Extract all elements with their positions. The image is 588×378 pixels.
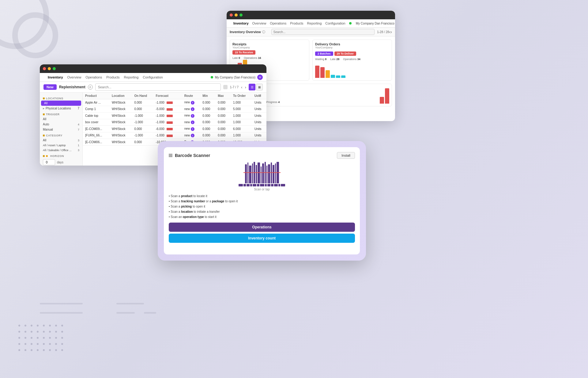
sidebar-all-cat[interactable]: All 3 <box>40 138 82 143</box>
cell-uom: Units <box>252 113 266 119</box>
rep-nav-operations[interactable]: Operations <box>85 75 102 79</box>
col-location[interactable]: Location <box>109 93 132 99</box>
rep-nav-overview[interactable]: Overview <box>67 75 81 79</box>
sidebar-asset-laptop[interactable]: All / Asset / Laptop 1 <box>40 143 82 148</box>
dot-block <box>274 184 278 186</box>
table-row[interactable]: [FURN_66... WH/Stock -1.000 -1.000 new i… <box>83 132 266 139</box>
receipts-sub: YourCompany <box>232 46 307 49</box>
bar <box>273 165 274 183</box>
nav-operations[interactable]: Operations <box>270 21 286 25</box>
route-info-icon[interactable]: i <box>191 120 194 124</box>
rep-close-btn[interactable] <box>43 67 46 70</box>
table-row[interactable]: Apple Air ... WH/Stock 0.000 -1.000 new … <box>83 99 266 106</box>
next-page-btn[interactable]: › <box>390 29 392 34</box>
rep-nav-reporting[interactable]: Reporting <box>124 75 139 79</box>
nav-overview[interactable]: Overview <box>252 21 266 25</box>
trigger-section: TRIGGER <box>40 111 82 116</box>
inventory-count-button[interactable]: Inventory count <box>169 234 355 243</box>
nav-products[interactable]: Products <box>290 21 303 25</box>
route-info-icon[interactable]: i <box>191 107 194 111</box>
nav-reporting[interactable]: Reporting <box>307 21 322 25</box>
barcode-title: Barcode Scanner <box>175 153 210 158</box>
bar <box>336 75 340 78</box>
route-info-icon[interactable]: i <box>191 127 194 131</box>
cell-onhand: 0.000 <box>132 139 153 146</box>
col-route[interactable]: Route <box>182 93 200 99</box>
col-min[interactable]: Min <box>200 93 215 99</box>
bar <box>268 164 270 183</box>
bar <box>258 162 260 183</box>
col-max[interactable]: Max <box>215 93 231 99</box>
search-dropdown[interactable] <box>223 85 228 89</box>
auto-badge: 4 <box>78 123 79 126</box>
dot-block <box>281 184 285 186</box>
cell-location: WH/Stock <box>109 139 132 146</box>
rep-nav-products[interactable]: Products <box>106 75 119 79</box>
col-uom[interactable]: UoM <box>252 93 266 99</box>
physical-locations-badge: 7 <box>77 107 79 110</box>
deliver-btn[interactable]: 29 To Deliver <box>334 52 356 56</box>
info-icon[interactable]: i <box>262 30 265 33</box>
rep-minimize-btn[interactable] <box>48 67 51 70</box>
bar <box>275 163 276 183</box>
nav-inventory[interactable]: Inventory <box>233 21 249 25</box>
table-row[interactable]: [E-COM09... WH/Stock 0.000 -6.000 new i … <box>83 126 266 132</box>
rep-next-btn[interactable]: › <box>245 85 246 90</box>
view-toggle: ☰ ⊞ <box>249 84 263 90</box>
bg-dot <box>55 337 57 339</box>
cell-location: WH/Stock <box>109 119 132 126</box>
sidebar-all-trigger[interactable]: All <box>40 116 82 122</box>
col-toorder[interactable]: To Order <box>231 93 252 99</box>
route-info-icon[interactable]: i <box>191 134 194 137</box>
rep-company: My Company (San Francisco) <box>215 76 255 79</box>
search-input[interactable] <box>271 29 375 35</box>
dot-block <box>278 184 280 186</box>
sidebar-saleable[interactable]: All / Saleable / Office ... 3 <box>40 148 82 153</box>
nav-configuration[interactable]: Configuration <box>325 21 345 25</box>
bar <box>256 165 257 183</box>
table-row[interactable]: Comp 1 WH/Stock 0.000 -5.000 new i 0.000… <box>83 106 266 113</box>
cell-route: new i <box>182 119 200 126</box>
table-row[interactable]: box cover WH/Stock -1.000 -1.000 new i 0… <box>83 119 266 126</box>
sidebar-physical-locations[interactable]: Physical Locations 7 <box>40 106 82 111</box>
close-btn[interactable] <box>230 13 233 17</box>
sidebar-auto[interactable]: Auto 4 <box>40 122 82 127</box>
barcode-title-row: Barcode Scanner <box>169 153 210 158</box>
horizon-input[interactable] <box>43 159 55 165</box>
route-info-icon[interactable]: i <box>191 114 194 118</box>
rep-maximize-btn[interactable] <box>53 67 56 70</box>
maximize-btn[interactable] <box>239 13 243 17</box>
rep-nav-configuration[interactable]: Configuration <box>143 75 163 79</box>
col-forecast[interactable]: Forecast <box>153 93 182 99</box>
rep-info-icon[interactable]: ⚙ <box>88 85 93 90</box>
bg-dot <box>31 331 32 333</box>
rep-search-input[interactable] <box>95 83 221 91</box>
bar <box>249 166 251 183</box>
cell-min: 0.000 <box>200 113 215 119</box>
rep-avatar[interactable]: M <box>257 74 263 80</box>
col-onhand[interactable]: On Hand <box>132 93 153 99</box>
install-button[interactable]: Install <box>337 152 355 159</box>
cell-toorder: 5.000 <box>231 106 252 113</box>
cell-location: WH/Stock <box>109 113 132 119</box>
grid-view-btn[interactable]: ⊞ <box>256 84 263 90</box>
table-row[interactable]: Cable top WH/Stock -1.000 -1.000 new i 0… <box>83 113 266 119</box>
all-trigger-label: All <box>43 117 46 121</box>
rep-prev-btn[interactable]: ‹ <box>241 85 242 90</box>
rep-nav-inventory[interactable]: Inventory <box>48 75 63 79</box>
operations-button[interactable]: Operations <box>169 223 355 232</box>
receipts-btn[interactable]: 15 To Receive <box>232 50 255 55</box>
batches-btn[interactable]: 2 Batches <box>315 52 333 56</box>
sidebar-manual[interactable]: Manual 7 <box>40 127 82 132</box>
list-view-btn[interactable]: ☰ <box>249 84 255 90</box>
minimize-btn[interactable] <box>235 13 238 17</box>
sidebar-all-locations[interactable]: All <box>41 101 81 106</box>
dot-block <box>257 184 259 186</box>
new-button[interactable]: New <box>43 84 57 90</box>
col-product[interactable]: Product <box>83 93 109 99</box>
cell-onhand: -1.000 <box>132 113 153 119</box>
route-info-icon[interactable]: i <box>191 101 194 105</box>
rep-nav: Inventory Overview Operations Products R… <box>40 73 266 82</box>
cell-product: [FURN_66... <box>83 132 109 139</box>
barcode-visual: Scan or tap <box>169 162 355 191</box>
